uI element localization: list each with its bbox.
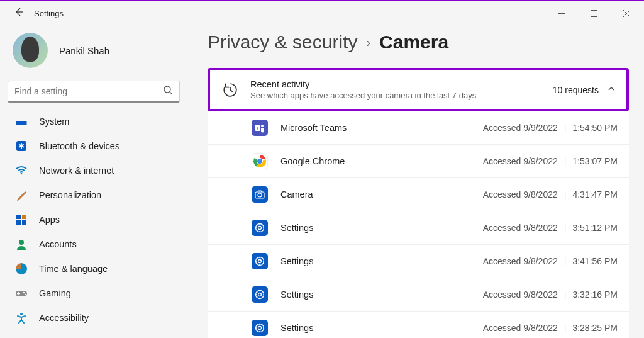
svg-rect-4: [22, 215, 26, 219]
access-info: Accessed 9/8/2022|3:51:12 PM: [483, 223, 618, 233]
svg-point-7: [19, 240, 24, 245]
activity-list: TMicrosoft TeamsAccessed 9/9/2022|1:54:5…: [208, 111, 629, 338]
nav-label: Accounts: [39, 239, 77, 249]
profile[interactable]: Pankil Shah: [8, 25, 181, 81]
app-name: Microsoft Teams: [280, 123, 483, 133]
nav-item-system[interactable]: ▬System: [8, 110, 181, 133]
personalization-icon: [15, 189, 28, 201]
svg-point-2: [21, 173, 23, 175]
app-name: Google Chrome: [280, 156, 483, 166]
app-name: Settings: [280, 323, 483, 333]
avatar: [13, 33, 48, 68]
access-info: Accessed 9/8/2022|3:41:56 PM: [483, 256, 618, 266]
svg-point-11: [20, 313, 23, 315]
history-icon: [221, 81, 239, 99]
svg-point-27: [258, 327, 262, 330]
gaming-icon: [15, 287, 28, 300]
request-count: 10 requests: [553, 85, 599, 95]
search-box[interactable]: [8, 81, 180, 103]
svg-rect-0: [591, 10, 597, 16]
maximize-button[interactable]: [585, 4, 602, 22]
activity-title: Recent activity: [250, 79, 476, 89]
svg-point-10: [25, 294, 26, 295]
search-input[interactable]: [14, 86, 164, 96]
svg-text:T: T: [257, 125, 260, 131]
activity-row[interactable]: TMicrosoft TeamsAccessed 9/9/2022|1:54:5…: [208, 111, 629, 145]
nav-label: Accessibility: [39, 313, 89, 323]
accounts-icon: [15, 238, 28, 251]
svg-point-1: [164, 86, 170, 93]
svg-rect-3: [16, 215, 21, 219]
access-info: Accessed 9/8/2022|3:28:25 PM: [483, 323, 618, 333]
back-button[interactable]: [9, 4, 29, 22]
svg-rect-5: [16, 220, 21, 225]
nav-label: Network & internet: [39, 166, 114, 176]
svg-point-9: [23, 292, 25, 293]
svg-point-21: [258, 227, 262, 230]
minimize-button[interactable]: [552, 4, 570, 22]
activity-row[interactable]: SettingsAccessed 9/8/2022|3:41:56 PM: [208, 245, 629, 278]
svg-rect-6: [22, 220, 26, 225]
maximize-icon: [591, 10, 597, 17]
chevron-up-icon: [608, 85, 615, 94]
app-name: Settings: [280, 256, 483, 266]
activity-row[interactable]: Google ChromeAccessed 9/9/2022|1:53:07 P…: [208, 145, 629, 178]
nav-label: Gaming: [39, 288, 71, 298]
time-icon: [15, 262, 28, 275]
nav: ▬System✱Bluetooth & devicesNetwork & int…: [8, 109, 181, 330]
chevron-right-icon: ›: [366, 35, 370, 50]
app-name: Settings: [280, 223, 483, 233]
app-name: Settings: [280, 290, 483, 300]
nav-item-gaming[interactable]: Gaming: [8, 281, 181, 305]
activity-row[interactable]: SettingsAccessed 9/8/2022|3:32:16 PM: [208, 278, 629, 312]
window-title: Settings: [34, 9, 64, 18]
activity-row[interactable]: SettingsAccessed 9/8/2022|3:51:12 PM: [208, 211, 629, 245]
bluetooth-icon: ✱: [15, 140, 28, 152]
access-info: Accessed 9/9/2022|1:54:50 PM: [483, 123, 618, 133]
nav-label: Personalization: [39, 190, 101, 200]
app-name: Camera: [280, 189, 483, 200]
svg-point-23: [258, 260, 262, 263]
profile-name: Pankil Shah: [59, 45, 109, 56]
access-info: Accessed 9/8/2022|3:32:16 PM: [483, 290, 618, 300]
nav-label: Apps: [39, 215, 60, 225]
activity-subtitle: See which apps have accessed your camera…: [250, 91, 476, 100]
content: Privacy & security › Camera Recent activ…: [189, 25, 644, 338]
svg-point-14: [261, 125, 264, 127]
activity-row[interactable]: SettingsAccessed 9/8/2022|3:28:25 PM: [208, 312, 629, 338]
nav-item-apps[interactable]: Apps: [8, 208, 181, 232]
nav-item-network[interactable]: Network & internet: [8, 159, 181, 183]
accessibility-icon: [15, 312, 28, 324]
titlebar: Settings: [0, 1, 644, 25]
window-controls: [552, 4, 635, 22]
apps-icon: [15, 213, 28, 226]
svg-point-19: [258, 193, 262, 197]
nav-item-accessibility[interactable]: Accessibility: [8, 306, 181, 330]
arrow-left-icon: [14, 7, 24, 17]
nav-label: System: [39, 116, 69, 127]
nav-item-time[interactable]: Time & language: [8, 257, 181, 281]
close-button[interactable]: [618, 4, 635, 22]
nav-label: Bluetooth & devices: [39, 141, 119, 151]
minimize-icon: [558, 10, 565, 17]
nav-item-personalization[interactable]: Personalization: [8, 183, 181, 207]
recent-activity-header[interactable]: Recent activity See which apps have acce…: [208, 68, 629, 111]
svg-point-25: [258, 293, 262, 296]
nav-item-bluetooth[interactable]: ✱Bluetooth & devices: [8, 134, 181, 158]
search-icon: [164, 86, 173, 97]
breadcrumb-parent[interactable]: Privacy & security: [208, 31, 357, 53]
close-icon: [623, 10, 630, 17]
activity-row[interactable]: CameraAccessed 9/8/2022|4:31:47 PM: [208, 178, 629, 211]
breadcrumb: Privacy & security › Camera: [208, 31, 629, 53]
sidebar: Pankil Shah ▬System✱Bluetooth & devicesN…: [0, 25, 189, 338]
nav-item-accounts[interactable]: Accounts: [8, 232, 181, 256]
network-icon: [15, 164, 28, 177]
breadcrumb-current: Camera: [379, 31, 448, 53]
svg-point-17: [257, 159, 262, 164]
nav-label: Time & language: [39, 264, 108, 274]
access-info: Accessed 9/8/2022|4:31:47 PM: [483, 189, 618, 200]
access-info: Accessed 9/9/2022|1:53:07 PM: [483, 156, 618, 166]
system-icon: ▬: [15, 115, 28, 128]
